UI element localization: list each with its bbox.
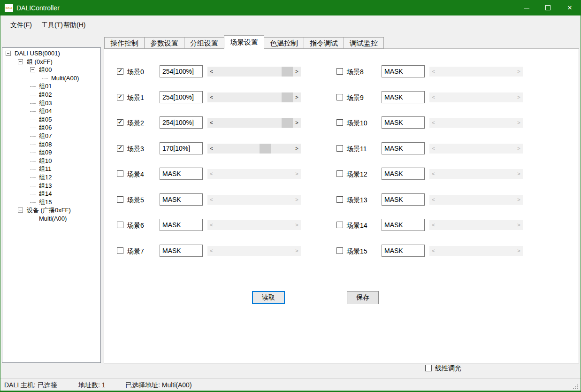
scene-checkbox[interactable] (336, 247, 343, 254)
status-selected-address: 已选择地址: Multi(A00) (125, 379, 192, 392)
close-button[interactable]: ✕ (559, 0, 581, 15)
scene-value-input[interactable] (382, 91, 425, 103)
scene-value-input[interactable] (382, 193, 425, 206)
read-button[interactable]: 读取 (252, 291, 285, 304)
maximize-button[interactable] (537, 0, 559, 15)
scene-checkbox[interactable] (336, 68, 343, 75)
scroll-left-arrow-icon[interactable]: < (429, 118, 437, 128)
scene-level-scrollbar[interactable]: <> (429, 169, 523, 179)
scene-row: 场景12<> (0, 168, 581, 181)
titlebar: DALI DALIController ✕ (0, 0, 581, 15)
menu-item-3[interactable]: 帮助(H) (61, 15, 88, 34)
minimize-button[interactable] (516, 0, 537, 15)
tab-2[interactable]: 参数设置 (144, 37, 184, 49)
tab-5[interactable]: 色温控制 (264, 37, 304, 49)
tree-item-label: 组10 (39, 157, 52, 165)
linear-dimming-label: 线性调光 (435, 364, 461, 372)
tree-item-label: 设备 (广播0xFF) (27, 206, 71, 215)
tree-connector (30, 86, 36, 87)
scene-level-scrollbar[interactable]: <> (429, 92, 523, 102)
scene-label: 场景11 (347, 142, 367, 155)
app-icon: DALI (5, 4, 13, 12)
status-host: DALI 主机: 已连接 (4, 379, 57, 392)
scene-value-input[interactable] (382, 245, 425, 257)
tree-connector (30, 136, 36, 137)
tab-6[interactable]: 指令调试 (304, 37, 344, 49)
scene-checkbox[interactable] (336, 196, 343, 203)
scene-level-scrollbar[interactable]: <> (429, 144, 523, 154)
tab-3[interactable]: 分组设置 (184, 37, 224, 49)
scroll-right-arrow-icon[interactable]: > (515, 144, 523, 154)
tree-expander-icon[interactable] (6, 51, 11, 56)
tree-connector (30, 186, 36, 186)
scroll-right-arrow-icon[interactable]: > (515, 118, 523, 128)
scene-checkbox[interactable] (336, 222, 343, 228)
tree-connector (30, 161, 36, 161)
scene-label: 场景10 (347, 116, 367, 130)
tree-item-label: 组 (0xFF) (27, 58, 53, 66)
scroll-left-arrow-icon[interactable]: < (429, 92, 437, 102)
minimize-icon (524, 8, 529, 8)
tree-item-label: 组04 (39, 107, 52, 115)
scroll-right-arrow-icon[interactable]: > (515, 169, 523, 179)
scene-checkbox[interactable] (336, 145, 343, 152)
scene-label: 场景14 (347, 219, 367, 232)
scroll-right-arrow-icon[interactable]: > (515, 67, 523, 77)
scroll-right-arrow-icon[interactable]: > (515, 195, 523, 205)
scene-value-input[interactable] (382, 142, 425, 154)
scene-level-scrollbar[interactable]: <> (429, 67, 523, 77)
window-controls: ✕ (516, 0, 581, 15)
scroll-left-arrow-icon[interactable]: < (429, 220, 437, 230)
scroll-left-arrow-icon[interactable]: < (429, 169, 437, 179)
scroll-left-arrow-icon[interactable]: < (429, 195, 437, 205)
scene-label: 场景8 (347, 65, 364, 78)
menu-bar: 文件(F)工具(T)帮助(H) (1, 15, 580, 34)
scroll-right-arrow-icon[interactable]: > (515, 92, 523, 102)
tab-1[interactable]: 操作控制 (104, 37, 145, 49)
maximize-icon (545, 5, 550, 10)
tab-strip: 操作控制参数设置分组设置场景设置色温控制指令调试调试监控 (105, 36, 384, 49)
status-bar: DALI 主机: 已连接 地址数: 1 已选择地址: Multi(A00) (0, 378, 581, 392)
scene-label: 场景9 (347, 91, 364, 104)
scene-label: 场景12 (347, 168, 367, 181)
save-button[interactable]: 保存 (347, 291, 379, 304)
scroll-right-arrow-icon[interactable]: > (515, 246, 523, 256)
scene-checkbox[interactable] (336, 94, 343, 100)
tree-item-label: 组01 (39, 82, 52, 91)
scroll-left-arrow-icon[interactable]: < (429, 144, 437, 154)
tree-expander-icon[interactable] (18, 59, 23, 64)
status-address-count: 地址数: 1 (78, 379, 106, 392)
scene-row: 场景11<> (0, 142, 581, 155)
tree-item-label: 组07 (39, 132, 52, 140)
window-title: DALIController (16, 0, 60, 15)
tree-expander-icon[interactable] (18, 208, 23, 213)
scene-label: 场景13 (347, 193, 367, 207)
close-icon: ✕ (559, 0, 581, 15)
linear-dimming-checkbox[interactable] (425, 365, 432, 371)
scroll-left-arrow-icon[interactable]: < (429, 67, 437, 77)
scene-checkbox[interactable] (336, 119, 343, 126)
scene-level-scrollbar[interactable]: <> (429, 220, 523, 230)
scene-checkbox[interactable] (336, 170, 343, 177)
scene-value-input[interactable] (382, 168, 425, 180)
scroll-left-arrow-icon[interactable]: < (429, 246, 437, 256)
scene-value-input[interactable] (382, 219, 425, 231)
scroll-right-arrow-icon[interactable]: > (515, 220, 523, 230)
tree-item-label: 组13 (39, 182, 52, 190)
scene-value-input[interactable] (382, 65, 425, 77)
resize-grip-icon[interactable] (573, 384, 578, 389)
scene-level-scrollbar[interactable]: <> (429, 195, 523, 205)
scene-level-scrollbar[interactable]: <> (429, 246, 523, 256)
tab-7[interactable]: 调试监控 (344, 37, 384, 49)
scene-level-scrollbar[interactable]: <> (429, 118, 523, 128)
tree-item-label: DALI USB(0001) (15, 49, 60, 58)
menu-item-1[interactable]: 文件(F) (8, 15, 35, 34)
scene-value-input[interactable] (382, 116, 425, 129)
scene-row: 场景9<> (0, 91, 581, 104)
scene-row: 场景15<> (0, 245, 581, 258)
app-window: DALI DALIController ✕ 文件(F)工具(T)帮助(H) DA… (0, 0, 581, 392)
tab-4[interactable]: 场景设置 (224, 35, 264, 49)
scene-label: 场景15 (347, 245, 367, 258)
tree-connector (30, 111, 36, 112)
scene-row: 场景10<> (0, 116, 581, 130)
